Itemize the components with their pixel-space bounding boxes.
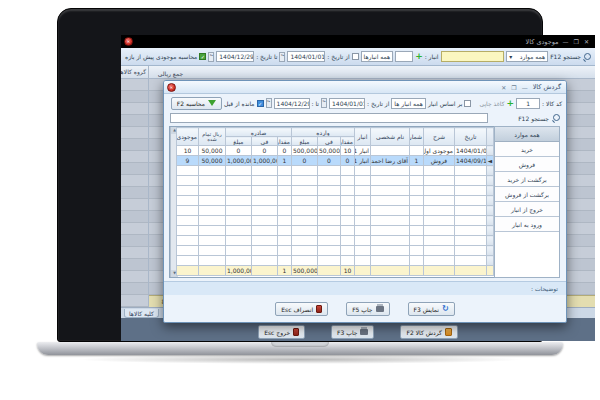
exit-button[interactable]: خروج Esc: [258, 325, 305, 339]
group-row[interactable]: [121, 139, 148, 151]
group-row[interactable]: [121, 223, 148, 235]
all-warehouses-box[interactable]: همه انبار ها: [391, 98, 426, 109]
grid-row[interactable]: [176, 176, 493, 186]
show-button[interactable]: ↻ نمایش F3: [408, 302, 455, 316]
col-cost[interactable]: ریال تمام شده: [198, 128, 225, 146]
grid-row[interactable]: [176, 186, 493, 196]
turnover-button[interactable]: گردش کالا F2: [400, 325, 457, 339]
remaining-checkbox[interactable]: ✓: [257, 100, 264, 107]
maximize-icon[interactable]: ❐: [511, 84, 517, 91]
group-row[interactable]: [121, 187, 148, 199]
grid-row[interactable]: ◄1404/09/13فروش1آقای رضا احمدیانبار 1000…: [176, 156, 493, 166]
to-date-input[interactable]: 1404/12/29: [216, 51, 254, 62]
col-stock[interactable]: موجودی: [176, 128, 198, 146]
col-out-price[interactable]: فی: [251, 137, 277, 146]
app-close-button[interactable]: ✕: [124, 37, 133, 46]
maximize-icon[interactable]: ❐: [574, 38, 580, 45]
row-selector[interactable]: [487, 266, 494, 276]
group-row[interactable]: [121, 271, 148, 283]
grid-row[interactable]: [176, 216, 493, 226]
row-selector[interactable]: [487, 186, 494, 196]
print-button[interactable]: چاپ F3: [331, 325, 374, 339]
add-item-icon[interactable]: +: [507, 99, 515, 108]
row-selector[interactable]: [487, 206, 494, 216]
group-row[interactable]: [121, 151, 148, 163]
sidebar-item[interactable]: برگشت از خرید: [495, 172, 559, 187]
from-date-checkbox[interactable]: [352, 53, 359, 60]
grid-row[interactable]: [176, 246, 493, 256]
group-row[interactable]: [121, 91, 148, 103]
row-selector[interactable]: [487, 216, 494, 226]
group-row[interactable]: [121, 247, 148, 259]
date-spinner-icon[interactable]: ▴▾: [208, 52, 214, 62]
col-store[interactable]: انبار: [355, 128, 371, 146]
close-icon[interactable]: ✕: [501, 84, 507, 91]
group-row[interactable]: [121, 259, 148, 271]
row-selector[interactable]: [487, 256, 494, 266]
group-row[interactable]: [121, 79, 148, 91]
group-row[interactable]: [121, 283, 148, 295]
dialog-close-button[interactable]: ✕: [167, 83, 176, 92]
row-selector[interactable]: [487, 226, 494, 236]
date-spinner-icon[interactable]: ▴▾: [321, 98, 327, 108]
group-row[interactable]: [121, 103, 148, 115]
group-row[interactable]: [121, 127, 148, 139]
group-row[interactable]: [121, 211, 148, 223]
col-desc[interactable]: شرح: [424, 128, 455, 146]
col-out-qty[interactable]: مقدار: [277, 137, 291, 146]
grid-row[interactable]: [176, 166, 493, 176]
group-row[interactable]: [121, 163, 148, 175]
col-out-amount[interactable]: مبلغ: [225, 137, 251, 146]
row-selector[interactable]: ◄: [487, 156, 494, 166]
sidebar-item[interactable]: خرید: [495, 142, 559, 157]
row-selector[interactable]: [487, 236, 494, 246]
tab-all-items[interactable]: کلیه کالاها: [124, 309, 159, 318]
from-date-input[interactable]: 1404/01/01: [329, 98, 365, 109]
col-in-amount[interactable]: مبلغ: [291, 137, 317, 146]
grid-row[interactable]: [176, 206, 493, 216]
close-icon[interactable]: ✕: [584, 38, 590, 45]
item-code-input[interactable]: 1: [516, 98, 540, 109]
from-date-input[interactable]: 1404/01/01: [287, 51, 325, 62]
filter-dropdown[interactable]: همه موارد ▾: [506, 51, 548, 62]
cancel-button[interactable]: انصراف Esc: [275, 302, 328, 316]
sidebar-item[interactable]: ورود به انبار: [495, 217, 559, 232]
warehouse-code-input[interactable]: [395, 51, 413, 62]
sidebar-item[interactable]: فروش: [495, 157, 559, 172]
group-row[interactable]: [121, 199, 148, 211]
grid-row[interactable]: [176, 196, 493, 206]
row-selector[interactable]: [487, 146, 494, 156]
grid-row[interactable]: [176, 256, 493, 266]
col-in-price[interactable]: فی: [318, 137, 341, 146]
row-selector[interactable]: [487, 166, 494, 176]
dialog-search-input[interactable]: [170, 113, 488, 123]
quick-search-input[interactable]: [441, 51, 505, 62]
col-group-incoming[interactable]: وارده: [291, 128, 354, 137]
to-date-input[interactable]: 1404/12/29: [274, 98, 310, 109]
group-row[interactable]: [121, 235, 148, 247]
sidebar-item[interactable]: خروج از انبار: [495, 202, 559, 217]
col-person[interactable]: نام شخصی: [371, 128, 410, 146]
date-spinner-icon[interactable]: ▴▾: [279, 52, 285, 62]
row-selector[interactable]: [487, 246, 494, 256]
all-warehouses-box[interactable]: همه انبارها: [361, 51, 394, 62]
print-button[interactable]: چاپ F5: [346, 302, 389, 316]
sidebar-item[interactable]: برگشت از فروش: [495, 187, 559, 202]
col-group-outgoing[interactable]: صادره: [225, 128, 291, 137]
minimize-icon[interactable]: —: [563, 38, 570, 45]
date-spinner-icon[interactable]: ▴▾: [266, 98, 272, 108]
sidebar-item[interactable]: همه موارد: [495, 127, 559, 142]
col-date[interactable]: تاریخ: [455, 128, 487, 146]
calculate-button[interactable]: محاسبه F2: [171, 97, 222, 110]
col-in-qty[interactable]: مقدار: [341, 137, 355, 146]
grid-row[interactable]: 1404/01/01موجودی اول دورهانبار 11050,000…: [176, 146, 493, 156]
add-icon[interactable]: +: [415, 52, 423, 61]
grid-row[interactable]: [176, 226, 493, 236]
grid-row[interactable]: 10500,00011,000,000: [176, 266, 493, 276]
calc-before-checkbox[interactable]: ✓: [199, 53, 206, 60]
grid-row[interactable]: [176, 236, 493, 246]
col-number[interactable]: شماره: [410, 128, 424, 146]
row-selector[interactable]: [487, 176, 494, 186]
group-row[interactable]: [121, 295, 148, 307]
minimize-icon[interactable]: —: [522, 84, 529, 91]
